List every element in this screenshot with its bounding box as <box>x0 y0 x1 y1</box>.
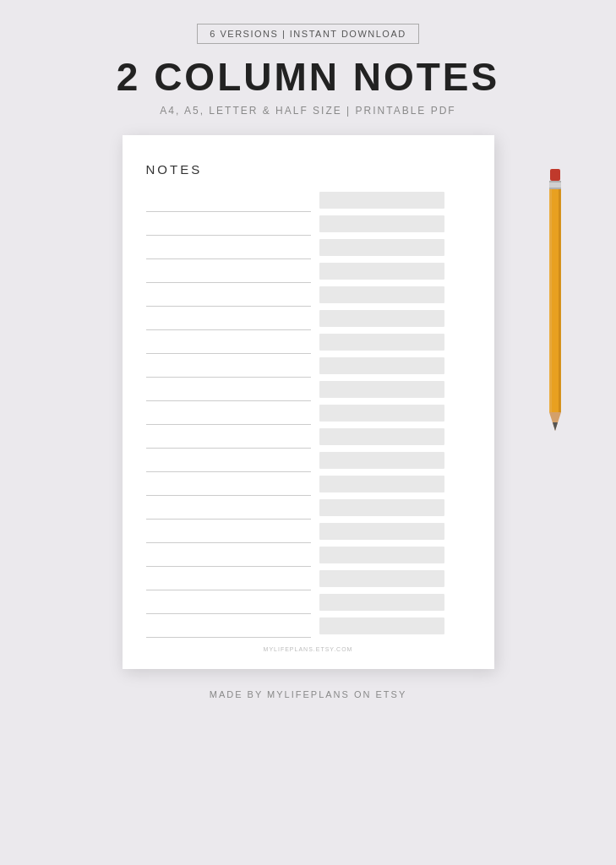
footer-text: MADE BY MYLIFEPLANS ON ETSY <box>210 689 407 699</box>
note-box <box>319 286 444 303</box>
note-line <box>146 472 311 496</box>
pencil-decoration <box>542 169 569 439</box>
note-box <box>319 263 444 280</box>
note-box <box>319 570 444 587</box>
note-line <box>146 378 311 401</box>
table-row <box>146 283 471 307</box>
table-row <box>146 188 471 212</box>
svg-rect-3 <box>549 188 561 189</box>
table-row <box>146 212 471 236</box>
note-box <box>319 594 444 611</box>
table-row <box>146 449 471 472</box>
note-box <box>319 334 444 351</box>
note-line <box>146 354 311 378</box>
note-box <box>319 499 444 516</box>
svg-rect-0 <box>550 169 560 181</box>
note-box <box>319 215 444 232</box>
note-box <box>319 192 444 209</box>
table-row <box>146 354 471 378</box>
note-box <box>319 310 444 327</box>
table-row <box>146 590 471 614</box>
table-row <box>146 496 471 520</box>
note-line <box>146 425 311 449</box>
version-badge: 6 VERSIONS | INSTANT DOWNLOAD <box>197 24 418 44</box>
content-area: NOTES MYLIFEPLANS.ETSY.COM <box>63 135 553 669</box>
svg-rect-9 <box>549 189 552 412</box>
table-row <box>146 567 471 590</box>
main-title: 2 COLUMN NOTES <box>117 54 499 100</box>
note-line <box>146 307 311 330</box>
note-line <box>146 188 311 212</box>
note-box <box>319 617 444 634</box>
note-box <box>319 405 444 422</box>
subtitle: A4, A5, LETTER & HALF SIZE | PRINTABLE P… <box>160 105 455 117</box>
note-box <box>319 452 444 469</box>
table-row <box>146 330 471 354</box>
notes-grid <box>146 188 471 638</box>
note-line <box>146 283 311 307</box>
note-line <box>146 401 311 425</box>
note-line <box>146 590 311 614</box>
note-line <box>146 236 311 259</box>
note-line <box>146 543 311 567</box>
note-box <box>319 523 444 540</box>
note-box <box>319 239 444 256</box>
table-row <box>146 307 471 330</box>
note-box <box>319 381 444 398</box>
table-row <box>146 614 471 638</box>
paper-preview: NOTES MYLIFEPLANS.ETSY.COM <box>123 135 494 669</box>
svg-marker-8 <box>553 422 558 431</box>
note-line <box>146 449 311 472</box>
note-line <box>146 520 311 543</box>
note-line <box>146 330 311 354</box>
table-row <box>146 520 471 543</box>
note-box <box>319 428 444 445</box>
watermark: MYLIFEPLANS.ETSY.COM <box>146 646 471 652</box>
paper-heading: NOTES <box>146 162 471 177</box>
svg-rect-10 <box>559 189 561 412</box>
table-row <box>146 259 471 283</box>
svg-rect-2 <box>549 181 561 182</box>
table-row <box>146 401 471 425</box>
note-line <box>146 496 311 520</box>
table-row <box>146 425 471 449</box>
table-row <box>146 378 471 401</box>
note-line <box>146 614 311 638</box>
table-row <box>146 472 471 496</box>
badge-container: 6 VERSIONS | INSTANT DOWNLOAD <box>197 0 418 44</box>
table-row <box>146 236 471 259</box>
note-box <box>319 357 444 374</box>
note-box <box>319 547 444 563</box>
note-line <box>146 259 311 283</box>
note-line <box>146 567 311 590</box>
note-box <box>319 476 444 492</box>
table-row <box>146 543 471 567</box>
note-line <box>146 212 311 236</box>
